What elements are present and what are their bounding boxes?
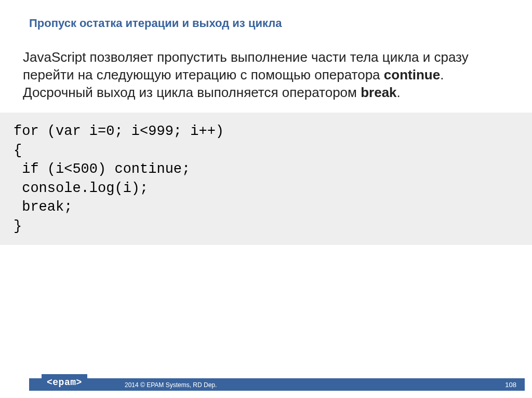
keyword-break: break	[361, 85, 396, 100]
footer-copyright: 2014 © EPAM Systems, RD Dep.	[125, 381, 217, 389]
keyword-continue: continue	[384, 67, 440, 83]
slide-title: Пропуск остатка итерации и выход из цикл…	[29, 17, 532, 30]
code-block: for (var i=0; i<999; i++) { if (i<500) c…	[0, 113, 532, 245]
body-text: JavaScript позволяет пропустить выполнен…	[0, 30, 532, 101]
footer: <epam> 2014 © EPAM Systems, RD Dep. 108	[0, 375, 532, 391]
footer-bar	[29, 378, 525, 391]
slide: Пропуск остатка итерации и выход из цикл…	[0, 0, 532, 398]
footer-page-number: 108	[505, 381, 516, 389]
paragraph-part3: .	[397, 85, 401, 100]
title-bar: Пропуск остатка итерации и выход из цикл…	[0, 0, 532, 30]
epam-logo: <epam>	[42, 374, 87, 391]
